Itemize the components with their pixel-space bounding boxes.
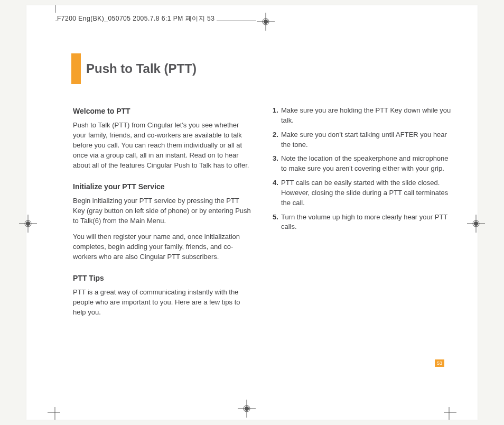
title-row: Push to Talk (PTT): [71, 53, 197, 84]
right-column: 1. Make sure you are holding the PTT Key…: [273, 106, 452, 324]
content-columns: Welcome to PTT Push to Talk (PTT) from C…: [73, 106, 453, 324]
list-text: Make sure you don't start talking until …: [281, 130, 452, 150]
paragraph: Push to Talk (PTT) from Cingular let's y…: [73, 121, 253, 170]
header-slug: F7200 Eng(BK)_050705 2005.7.8 6:1 PM 페이지…: [57, 14, 217, 23]
paragraph: Begin initializing your PTT service by p…: [73, 196, 253, 226]
page-number-badge: 53: [435, 359, 444, 367]
list-item: 1. Make sure you are holding the PTT Key…: [273, 106, 452, 126]
list-number: 4.: [273, 178, 281, 208]
crop-mark: [55, 5, 55, 13]
list-item: 4. PTT calls can be easily started with …: [273, 178, 452, 208]
page: F7200 Eng(BK)_050705 2005.7.8 6:1 PM 페이지…: [26, 5, 478, 420]
registration-mark-icon: [467, 215, 485, 235]
list-number: 3.: [273, 154, 281, 174]
accent-block: [71, 53, 81, 84]
list-text: Make sure you are holding the PTT Key do…: [281, 106, 452, 126]
subhead-initialize: Initialize your PTT Service: [73, 181, 253, 192]
crop-mark-icon: [444, 407, 456, 422]
list-text: PTT calls can be easily started with the…: [281, 178, 452, 208]
list-number: 1.: [273, 106, 281, 126]
registration-mark-icon: [19, 215, 37, 235]
registration-mark-icon: [238, 400, 256, 420]
list-item: 5. Turn the volume up high to more clear…: [273, 212, 452, 233]
list-text: Note the location of the speakerphone an…: [281, 154, 452, 174]
left-column: Welcome to PTT Push to Talk (PTT) from C…: [73, 106, 253, 324]
registration-mark-icon: [257, 13, 275, 33]
list-item: 3. Note the location of the speakerphone…: [273, 154, 452, 174]
page-title: Push to Talk (PTT): [86, 61, 197, 76]
list-number: 5.: [273, 212, 281, 233]
paragraph: PTT is a great way of communicating inst…: [73, 288, 253, 318]
list-number: 2.: [273, 130, 281, 150]
paragraph: You will then register your name and, on…: [73, 232, 253, 262]
list-text: Turn the volume up high to more clearly …: [281, 212, 452, 233]
list-item: 2. Make sure you don't start talking unt…: [273, 130, 452, 150]
subhead-tips: PTT Tips: [73, 273, 253, 283]
crop-mark-icon: [48, 407, 60, 422]
subhead-welcome: Welcome to PTT: [73, 106, 253, 116]
